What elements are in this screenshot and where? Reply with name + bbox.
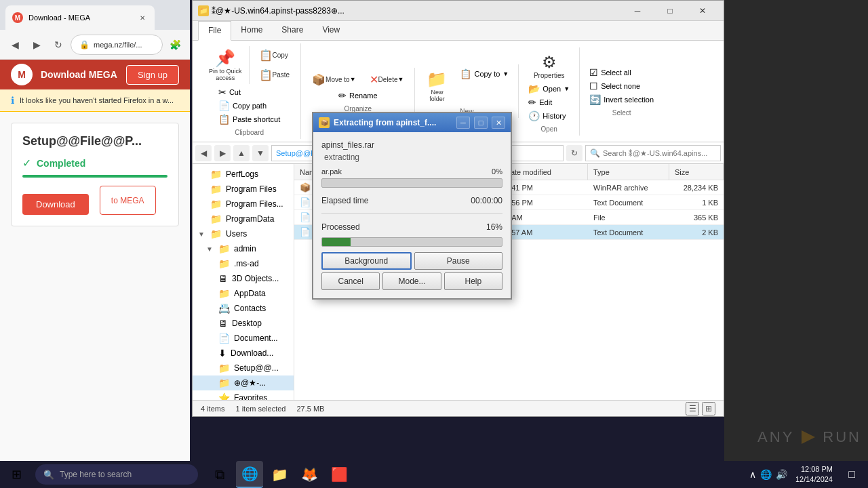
- nav-label: ⊕@★-...: [234, 378, 266, 388]
- nav-item-perflogs[interactable]: 📁 PerfLogs: [193, 167, 294, 182]
- close-button[interactable]: ✕: [687, 1, 718, 21]
- edge-icon: 🌐: [241, 466, 258, 482]
- copy-to-button[interactable]: 📋 Copy to ▼: [456, 67, 513, 81]
- search-box[interactable]: 🔍: [585, 145, 721, 161]
- nav-item-setup[interactable]: 📁 Setup@@...: [193, 361, 294, 375]
- maximize-button[interactable]: □: [654, 1, 686, 21]
- nav-item-documents[interactable]: 📄 Document...: [193, 331, 294, 346]
- signup-button[interactable]: Sign up: [126, 65, 179, 85]
- copy-path-button[interactable]: 📄 Copy path: [214, 99, 284, 113]
- dialog-maximize-button[interactable]: □: [474, 117, 488, 129]
- separator: [321, 214, 502, 214]
- taskbar-app5[interactable]: 🟥: [326, 461, 353, 488]
- col-date[interactable]: Date modified: [500, 164, 588, 180]
- lock-icon: 🔒: [79, 40, 90, 49]
- open-button[interactable]: 📂 Open ▼: [524, 82, 574, 96]
- refresh-button[interactable]: ↻: [566, 145, 583, 161]
- ribbon-tab-file[interactable]: File: [198, 21, 231, 41]
- notification-button[interactable]: □: [841, 461, 863, 488]
- cancel-button[interactable]: Cancel: [321, 272, 380, 290]
- col-type[interactable]: Type: [588, 164, 669, 180]
- volume-icon[interactable]: 🔊: [776, 469, 787, 480]
- nav-item-apinst[interactable]: 📁 ⊕@★-...: [193, 375, 294, 390]
- move-to-button[interactable]: 📦 Move to ▼: [307, 70, 361, 89]
- col-size[interactable]: Size: [669, 164, 724, 180]
- nav-back-button[interactable]: ◀: [195, 145, 212, 161]
- tray-chevron-icon[interactable]: ∧: [749, 469, 756, 480]
- back-button[interactable]: ◀: [5, 35, 24, 54]
- nav-item-programdata[interactable]: 📁 ProgramData: [193, 211, 294, 226]
- tab-close-button[interactable]: ✕: [137, 12, 148, 23]
- large-icons-view-button[interactable]: ⊞: [702, 402, 715, 415]
- start-button[interactable]: ⊞: [0, 461, 33, 488]
- taskbar-edge[interactable]: 🌐: [236, 461, 263, 488]
- details-view-button[interactable]: ☰: [686, 402, 699, 415]
- select-all-button[interactable]: ☑ Select all: [585, 66, 658, 79]
- background-button[interactable]: Background: [321, 252, 412, 270]
- nav-forward-button[interactable]: ▶: [214, 145, 231, 161]
- copy-to-label: Copy to: [474, 70, 500, 78]
- taskbar-search[interactable]: 🔍 Type here to search: [35, 464, 198, 485]
- taskbar-task-view[interactable]: ⧉: [206, 461, 233, 488]
- invert-selection-button[interactable]: 🔄 Invert selection: [585, 93, 658, 106]
- copy-button[interactable]: 📋 Copy: [254, 46, 296, 64]
- ribbon-tab-view[interactable]: View: [313, 21, 349, 40]
- nav-item-contacts[interactable]: 📇 Contacts: [193, 301, 294, 316]
- properties-button[interactable]: ⚙ Properties: [528, 50, 570, 82]
- nav-item-ms-ad[interactable]: 📁 .ms-ad: [193, 256, 294, 271]
- processed-label: Processed: [321, 222, 360, 232]
- edit-button[interactable]: ✏ Edit: [524, 96, 574, 109]
- taskbar-explorer[interactable]: 📁: [266, 461, 293, 488]
- explorer-icon: 📁: [271, 466, 288, 483]
- to-mega-button[interactable]: to MEGA: [100, 186, 156, 215]
- notification-icon: □: [848, 468, 855, 481]
- completed-check-icon: ✓: [22, 157, 31, 169]
- pause-button[interactable]: Pause: [414, 252, 503, 270]
- new-folder-button[interactable]: 📁 Newfolder: [420, 67, 453, 105]
- recent-button[interactable]: ▼: [252, 145, 269, 161]
- nav-item-appdata[interactable]: 📁 AppData: [193, 286, 294, 301]
- nav-item-favorites[interactable]: ⭐ Favorites: [193, 390, 294, 400]
- system-clock[interactable]: 12:08 PM 12/14/2024: [790, 464, 838, 485]
- pin-label: Pin to Quickaccess: [209, 68, 242, 81]
- nav-item-3d-objects[interactable]: 🖥 3D Objects...: [193, 271, 294, 286]
- help-button[interactable]: Help: [444, 272, 502, 290]
- nav-item-program-files[interactable]: 📁 Program Files: [193, 182, 294, 197]
- reload-button[interactable]: ↻: [49, 35, 68, 54]
- dialog-minimize-button[interactable]: ─: [456, 117, 470, 129]
- search-input[interactable]: [603, 149, 716, 157]
- delete-button[interactable]: ✕ Delete ▼: [364, 70, 410, 89]
- dialog-close-button[interactable]: ✕: [492, 117, 505, 129]
- minimize-button[interactable]: ─: [622, 1, 653, 21]
- paste-button[interactable]: 📋 Paste: [254, 66, 296, 84]
- history-button[interactable]: 🕐 History: [524, 109, 574, 123]
- nav-item-program-files-x86[interactable]: 📁 Program Files...: [193, 197, 294, 211]
- ribbon-tab-share[interactable]: Share: [272, 21, 313, 40]
- download-button[interactable]: Download: [22, 194, 89, 215]
- open-group: ⚙ Properties 📂 Open ▼ ✏ Edit 🕐: [519, 47, 580, 136]
- file-progress-row: ar.pak 0%: [321, 167, 502, 176]
- ribbon-tab-home[interactable]: Home: [231, 21, 272, 40]
- nav-up-button[interactable]: ▲: [233, 145, 250, 161]
- mega-header-title: Download MEGA: [41, 69, 118, 80]
- address-bar[interactable]: 🔒 mega.nz/file/...: [71, 35, 163, 55]
- nav-item-users[interactable]: ▼ 📁 Users: [193, 226, 294, 241]
- nav-item-downloads[interactable]: ⬇ Download...: [193, 346, 294, 361]
- paste-shortcut-label: Paste shortcut: [233, 115, 280, 123]
- nav-item-desktop[interactable]: 🖥 Desktop: [193, 316, 294, 331]
- forward-button[interactable]: ▶: [27, 35, 46, 54]
- select-none-button[interactable]: ☐ Select none: [585, 79, 658, 93]
- file-size: 1 KB: [669, 199, 724, 207]
- extensions-button[interactable]: 🧩: [165, 35, 184, 54]
- cut-button[interactable]: ✂ Cut: [214, 85, 284, 99]
- nav-label: admin: [234, 244, 256, 253]
- mode-button[interactable]: Mode...: [382, 272, 441, 290]
- file-size: 365 KB: [669, 214, 724, 222]
- nav-item-admin[interactable]: ▼ 📁 admin: [193, 241, 294, 256]
- rename-button[interactable]: ✏ Rename: [334, 89, 382, 102]
- browser-tab-mega[interactable]: M Download - MEGA ✕: [5, 5, 155, 30]
- paste-shortcut-button[interactable]: 📋 Paste shortcut: [214, 113, 284, 126]
- taskbar-firefox[interactable]: 🦊: [296, 461, 323, 488]
- network-icon[interactable]: 🌐: [760, 469, 772, 480]
- pin-to-quick-button[interactable]: 📌 Pin to Quickaccess: [203, 46, 248, 84]
